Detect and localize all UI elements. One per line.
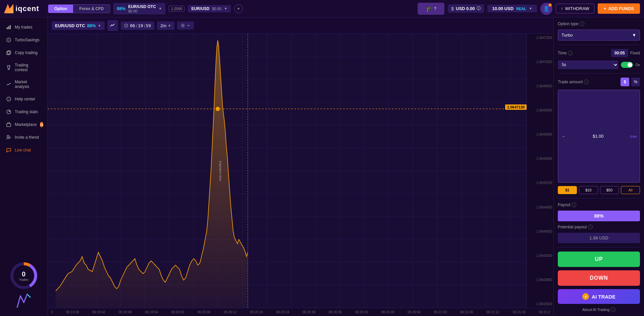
potential-payout-info-icon[interactable]: i <box>588 225 593 229</box>
logo-text: iqcent <box>15 4 39 13</box>
about-ai-info-icon[interactable]: i <box>611 307 615 312</box>
clock-icon <box>124 24 128 28</box>
profile-button[interactable]: 👤 1 <box>540 3 552 15</box>
chevron-down-icon-7: ▼ <box>632 33 636 38</box>
amount-max-button[interactable]: max <box>630 134 637 138</box>
x-label-7: 06:20:12 <box>224 310 237 314</box>
about-ai-trading[interactable]: About AI Trading i <box>558 307 640 312</box>
withdraw-icon: ↑ <box>561 6 563 11</box>
quick-amount-10[interactable]: $10 <box>579 186 598 194</box>
potential-payout-row: Potential payout i <box>558 225 640 229</box>
sidebar-label-help-center: Help center <box>15 97 35 101</box>
sidebar-item-market-analysis[interactable]: Market analysis <box>1 76 46 92</box>
copy-icon <box>6 50 11 55</box>
payout-info-icon[interactable]: i <box>572 202 576 207</box>
trade-amount-info-icon[interactable]: i <box>584 80 589 84</box>
divider-2 <box>558 73 640 74</box>
right-panel: Option type i Turbo ▼ Time i 00:05 Fixed… <box>553 17 644 316</box>
time-info-icon[interactable]: i <box>568 51 573 55</box>
price-chart-svg <box>48 34 527 308</box>
percent-icon[interactable]: % <box>631 78 640 86</box>
stats-icon <box>6 109 11 115</box>
account-selector[interactable]: 10.00 USD REAL ▼ <box>487 5 537 12</box>
x-label-4: 06:19:54 <box>145 310 158 314</box>
sidebar-item-trading-stats[interactable]: Trading stats <box>1 106 46 118</box>
line-chart-icon <box>110 23 115 28</box>
navbar: iqcent Option Forex & CFD 88% EUR/USD OT… <box>0 0 644 17</box>
time-controls: 00:05 Fixed <box>611 49 640 57</box>
bottom-logo-icon <box>15 292 32 309</box>
sidebar-label-invite: Invite a friend <box>15 135 39 140</box>
asset2-selector[interactable]: EUR/USD $0.00 ▼ <box>188 5 230 12</box>
trade-amount-label: Trade amount i <box>558 80 589 84</box>
sidebar-label-marketplace: Marketplace <box>15 122 37 127</box>
sidebar-item-help-center[interactable]: ? Help center <box>1 93 46 105</box>
help-button[interactable]: 🎓 ? <box>418 3 444 15</box>
down-button[interactable]: DOWN <box>558 270 640 286</box>
usd-icon: $ <box>451 6 454 11</box>
interval-value: 2m <box>160 23 166 28</box>
sidebar-label-trading-stats: Trading stats <box>15 109 38 114</box>
x-label-9: 06:20:24 <box>276 310 289 314</box>
interval-selector[interactable]: 2m ▼ <box>157 21 174 30</box>
sidebar-label-trading-contest: Trading contest <box>15 63 41 72</box>
withdraw-label: WITHDRAW <box>565 6 589 11</box>
sidebar-item-marketplace[interactable]: Marketplace 11 <box>1 119 46 131</box>
logo[interactable]: iqcent <box>4 4 39 13</box>
sidebar-item-live-chat[interactable]: Live chat <box>1 144 46 156</box>
ai-trade-button[interactable]: ✦ AI TRADE <box>558 289 640 304</box>
x-label-11: 06:20:36 <box>329 310 342 314</box>
x-label-13: 06:20:48 <box>381 310 394 314</box>
quick-amount-50[interactable]: $50 <box>600 186 619 194</box>
balance-value: USD 0.00 <box>456 6 475 11</box>
x-label-5: 06:20:00 <box>171 310 184 314</box>
main-layout: My trades S TurboSavings Copy trading <box>0 17 644 316</box>
option-type-info-icon[interactable]: i <box>580 21 584 26</box>
time-select-dropdown[interactable]: 5s 10s 30s 1m <box>558 60 618 69</box>
balance-info-icon[interactable]: ⓘ <box>477 6 481 11</box>
add-funds-label: ADD FUNDS <box>608 6 634 11</box>
option-type-selector[interactable]: Turbo ▼ <box>558 30 640 41</box>
sidebar-label-turbo-savings: TurboSavings <box>15 38 40 42</box>
divider-4 <box>558 247 640 247</box>
add-funds-button[interactable]: + ADD FUNDS <box>598 3 640 14</box>
sidebar-item-invite[interactable]: Invite a friend <box>1 131 46 143</box>
chart-type-button[interactable] <box>107 20 118 31</box>
x-label-10: 06:20:30 <box>303 310 316 314</box>
y-label-0: 1.0647350 <box>528 36 552 40</box>
quick-amount-1[interactable]: $1 <box>558 186 577 194</box>
up-button[interactable]: UP <box>558 252 640 267</box>
settings-button[interactable] <box>177 21 194 30</box>
time-row-label: Time i 00:05 Fixed <box>558 49 640 57</box>
amount-decrease-button[interactable]: − <box>561 134 566 139</box>
chart-icon <box>6 25 11 30</box>
withdraw-button[interactable]: ↑ WITHDRAW <box>556 4 594 13</box>
gear-icon <box>180 23 185 28</box>
quick-amount-all[interactable]: All <box>621 186 640 194</box>
amount-icons-row: $ % <box>621 78 640 86</box>
dollar-icon[interactable]: $ <box>621 78 629 86</box>
chart-plot: Expiration time <box>48 34 527 308</box>
sidebar-item-my-trades[interactable]: My trades <box>1 21 46 33</box>
sidebar-label-copy-trading: Copy trading <box>15 50 38 55</box>
sidebar-item-copy-trading[interactable]: Copy trading <box>1 47 46 59</box>
ai-trade-label: AI TRADE <box>592 294 615 300</box>
add-asset-button[interactable]: + <box>234 4 243 13</box>
chevron-down-icon-2: ▼ <box>224 7 227 10</box>
y-axis: 1.0647350 1.0647000 1.0646650 1.0646300 … <box>527 34 553 308</box>
tab-option[interactable]: Option <box>48 5 73 13</box>
svg-point-51 <box>216 107 220 111</box>
chevron-down-icon: ▼ <box>159 7 162 10</box>
x-label-1: 06:19:36 <box>66 310 79 314</box>
asset1-selector[interactable]: 88% EUR/USD OTC $0.00 ▼ <box>113 3 165 14</box>
time-toggle[interactable] <box>621 62 633 68</box>
trades-label: Trades <box>19 278 29 281</box>
sidebar-item-turbo-savings[interactable]: S TurboSavings <box>1 34 46 46</box>
svg-rect-0 <box>7 27 8 29</box>
option-type-row: Option type i <box>558 21 640 26</box>
sidebar-item-trading-contest[interactable]: Trading contest <box>1 59 46 76</box>
pair-selector[interactable]: EUR/USD OTC 88% ▼ <box>52 21 105 30</box>
timer-display: 06:19:59 <box>121 21 155 30</box>
svg-text:?: ? <box>8 98 10 101</box>
tab-forex[interactable]: Forex & CFD <box>73 5 110 13</box>
